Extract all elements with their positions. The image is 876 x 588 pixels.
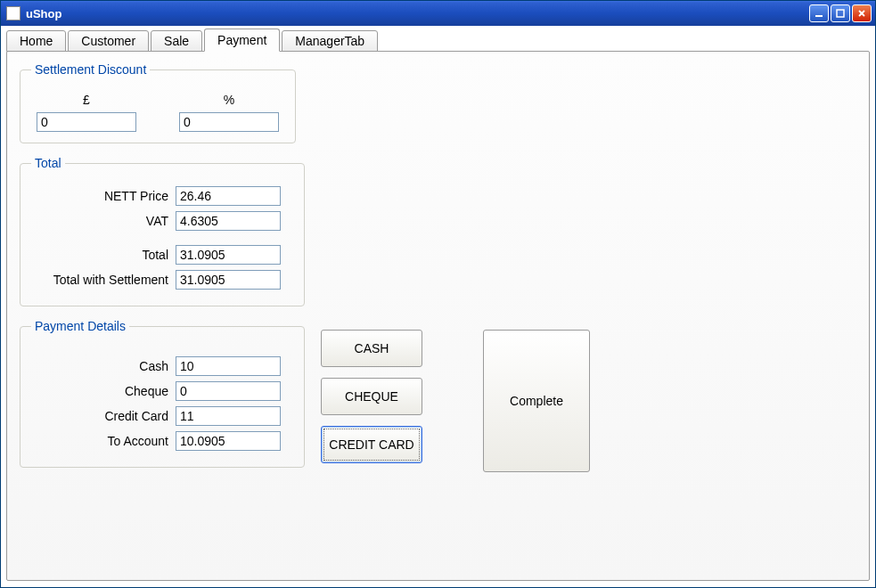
minimize-icon <box>815 9 823 18</box>
legend-settlement: Settlement Discount <box>31 62 150 77</box>
tab-customer[interactable]: Customer <box>68 30 149 52</box>
legend-total: Total <box>31 156 65 170</box>
input-settlement-pound[interactable] <box>37 112 136 132</box>
payment-method-buttons: CASH CHEQUE CREDIT CARD <box>321 319 422 463</box>
input-total-settlement[interactable] <box>176 270 281 290</box>
window-controls <box>809 4 872 22</box>
input-settlement-percent[interactable] <box>179 112 279 132</box>
label-total-settlement: Total with Settlement <box>31 273 176 287</box>
label-vat: VAT <box>31 214 176 228</box>
tab-manager[interactable]: ManagerTab <box>282 30 378 52</box>
group-settlement-discount: Settlement Discount £ % <box>20 62 296 143</box>
label-pound: £ <box>83 93 90 107</box>
label-credit-card: Credit Card <box>31 409 176 423</box>
payment-area: Payment Details Cash Cheque Credit Card <box>20 319 856 480</box>
label-total: Total <box>31 248 176 262</box>
input-cheque[interactable] <box>176 381 281 401</box>
input-to-account[interactable] <box>176 431 281 451</box>
complete-container: Complete <box>483 319 590 472</box>
close-icon <box>857 9 866 18</box>
maximize-icon <box>836 9 845 18</box>
client-area: Home Customer Sale Payment ManagerTab Se… <box>1 26 875 587</box>
label-nett-price: NETT Price <box>31 189 176 203</box>
legend-payment: Payment Details <box>31 319 129 333</box>
button-credit-card[interactable]: CREDIT CARD <box>321 426 422 463</box>
button-complete[interactable]: Complete <box>483 330 590 472</box>
input-cash[interactable] <box>176 356 281 376</box>
titlebar: uShop <box>1 1 875 26</box>
group-payment-details: Payment Details Cash Cheque Credit Card <box>20 319 305 468</box>
app-window: uShop Home Customer Sale Payment Manager… <box>0 0 876 588</box>
svg-rect-0 <box>815 15 823 17</box>
input-credit-card[interactable] <box>176 406 281 426</box>
label-cash: Cash <box>31 359 176 373</box>
input-nett-price[interactable] <box>176 186 281 206</box>
label-to-account: To Account <box>31 434 176 448</box>
window-title: uShop <box>26 7 809 20</box>
input-total[interactable] <box>176 245 281 265</box>
button-cash[interactable]: CASH <box>321 330 422 367</box>
app-icon <box>6 6 20 20</box>
label-percent: % <box>224 93 234 107</box>
tab-strip: Home Customer Sale Payment ManagerTab <box>6 29 870 51</box>
group-total: Total NETT Price VAT Total Total with Se… <box>20 156 305 306</box>
tab-payment[interactable]: Payment <box>204 29 280 52</box>
tab-panel-payment: Settlement Discount £ % Total NETT Price <box>6 51 870 581</box>
minimize-button[interactable] <box>809 4 829 22</box>
maximize-button[interactable] <box>831 4 850 22</box>
tab-sale[interactable]: Sale <box>151 30 202 52</box>
close-button[interactable] <box>852 4 872 22</box>
input-vat[interactable] <box>176 211 281 231</box>
button-cheque[interactable]: CHEQUE <box>321 378 422 415</box>
label-cheque: Cheque <box>31 384 176 398</box>
tab-home[interactable]: Home <box>6 30 66 52</box>
svg-rect-1 <box>837 10 844 17</box>
